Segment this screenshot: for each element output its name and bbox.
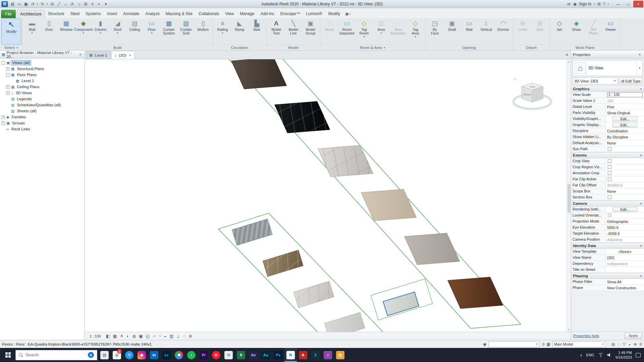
tab-modify[interactable]: Modify xyxy=(325,10,343,18)
scrollbar-thumb[interactable] xyxy=(568,184,571,213)
search-input[interactable] xyxy=(25,353,76,357)
panel-flyout-icon[interactable]: ▼ xyxy=(16,47,18,49)
section-graphics[interactable]: Graphics« xyxy=(571,86,644,92)
tab-manage[interactable]: Manage xyxy=(237,10,257,18)
dormer-button[interactable]: ◠Dormer xyxy=(495,19,512,44)
rendering-dialog-icon[interactable]: ◍ xyxy=(132,334,136,339)
save-icon[interactable]: ▣ xyxy=(23,1,29,7)
tree-item-structural-plans[interactable]: +▦Structural Plans xyxy=(0,66,85,72)
view-tab-list-icon[interactable]: ≡ xyxy=(564,52,570,57)
taskbar-chrome-icon[interactable] xyxy=(173,348,185,362)
edit-button[interactable]: Edit... xyxy=(612,117,637,121)
search-assistant-icon[interactable]: b xyxy=(88,352,94,358)
tree-item-sheets-all[interactable]: ▧Sheets (all) xyxy=(0,108,85,114)
undo-caret-icon[interactable]: ▾ xyxy=(36,3,39,5)
tree-expander-icon[interactable]: + xyxy=(1,121,5,125)
filter-icon[interactable]: ▽ xyxy=(623,342,626,347)
press-drag-icon[interactable]: ◌ xyxy=(618,342,620,347)
tab-steel[interactable]: Steel xyxy=(67,10,83,18)
door-button[interactable]: ▯Door xyxy=(41,19,58,44)
taskbar-autocad-icon[interactable]: A xyxy=(297,348,309,362)
redo-caret-icon[interactable]: ▾ xyxy=(46,3,49,5)
default-3d-view-icon[interactable]: ⌂ xyxy=(76,1,82,7)
design-options-icon[interactable]: ▦ xyxy=(546,342,550,347)
show-constraints-icon[interactable]: ⊥ xyxy=(176,334,180,339)
property-value[interactable] xyxy=(606,267,644,273)
properties-close-icon[interactable]: × xyxy=(637,52,642,57)
tree-item-groups[interactable]: +▣Groups xyxy=(0,120,85,126)
print-icon[interactable]: ⊟ xyxy=(49,1,55,7)
property-checkbox[interactable] xyxy=(608,195,611,199)
property-value[interactable]: Edit... xyxy=(606,206,644,212)
clock[interactable]: 1:49 PM 5/15/2023 xyxy=(615,350,632,360)
room-separator-button[interactable]: ▭Room Separator xyxy=(338,19,356,44)
taskbar-audition-icon[interactable]: Au xyxy=(260,348,272,362)
roof-button[interactable]: ◢Roof▼ xyxy=(109,19,126,44)
component-dropdown-icon[interactable]: ▼ xyxy=(82,32,85,34)
property-value[interactable] xyxy=(606,170,644,176)
set-button[interactable]: ◇Set xyxy=(551,19,568,44)
property-value[interactable]: Orthographic xyxy=(606,219,644,224)
action-center-icon[interactable] xyxy=(636,353,641,357)
taskbar-photoshop-icon[interactable]: Ps xyxy=(272,348,284,362)
ribbon-display-toggle[interactable]: ▣ ▾ xyxy=(343,10,353,18)
tree-item-schedules-quantities-all[interactable]: ▥Schedules/Quantities (all) xyxy=(0,102,85,108)
section-collapse-icon[interactable]: « xyxy=(640,88,643,90)
temporary-hide-isolate-icon[interactable]: ◔ xyxy=(158,334,161,339)
tab-insert[interactable]: Insert xyxy=(104,10,120,18)
section-collapse-icon[interactable]: « xyxy=(640,202,643,204)
panel-label-work-plane[interactable]: Work Plane xyxy=(550,45,620,50)
apply-button[interactable]: Apply xyxy=(625,333,642,339)
scroll-down-icon[interactable]: ▼ xyxy=(567,327,571,332)
property-value[interactable]: -6058.6 xyxy=(606,231,644,236)
view-scale-button[interactable]: 1 : 100 xyxy=(88,334,103,339)
section-collapse-icon[interactable]: « xyxy=(640,245,643,247)
panel-label-room-area[interactable]: Room & Area▼ xyxy=(320,45,425,50)
section-identity-data[interactable]: Identity Data« xyxy=(571,243,644,249)
sync-icon[interactable]: ⇄ xyxy=(567,2,571,6)
property-value[interactable] xyxy=(606,164,644,170)
element-selector-combo[interactable]: 3D View: {3D} ▼ xyxy=(573,77,618,84)
taskbar-linkedin-icon[interactable]: in xyxy=(148,348,160,362)
crop-view-icon[interactable]: ▣ xyxy=(139,334,143,339)
workset-combo[interactable]: ▼ xyxy=(488,341,539,347)
help-icon[interactable]: ? xyxy=(603,2,605,6)
worksharing-display-icon[interactable]: ◌ xyxy=(183,334,185,339)
text-icon[interactable]: A xyxy=(69,1,75,7)
view-tab-3d[interactable]: ⌂{3D}× xyxy=(111,51,135,59)
tab-annotate[interactable]: Annotate xyxy=(120,10,142,18)
taskbar-lightroom-icon[interactable]: Lr xyxy=(160,348,173,362)
tab-add-ins[interactable]: Add-Ins xyxy=(257,10,277,18)
app-store-icon[interactable]: ⊞ xyxy=(597,2,601,6)
temporary-view-properties-icon[interactable]: ▥ xyxy=(169,334,173,339)
section-icon[interactable]: ⊞ xyxy=(83,1,89,7)
wall-button[interactable]: ▬Wall▼ xyxy=(23,19,41,44)
taskbar-3ds-max-icon[interactable]: 3 xyxy=(309,348,322,362)
tab-file[interactable]: File xyxy=(1,10,16,18)
taskbar-instagram-icon[interactable]: ◉ xyxy=(136,348,148,362)
shaft-button[interactable]: ▣Shaft xyxy=(443,19,461,44)
tag-area-dropdown-icon[interactable]: ▼ xyxy=(414,36,417,38)
curtain-grid-button[interactable]: ▥Curtain Grid xyxy=(177,19,195,44)
scroll-up-icon[interactable]: ▲ xyxy=(567,59,571,64)
component-button[interactable]: ◆Component▼ xyxy=(75,19,92,44)
model-group-button[interactable]: ▣Model Group xyxy=(302,19,319,44)
property-checkbox[interactable] xyxy=(608,177,611,181)
panel-label-opening[interactable]: Opening xyxy=(425,45,513,50)
property-value[interactable]: Show All xyxy=(606,279,644,285)
taskbar-files-icon[interactable]: ▤ xyxy=(334,348,346,362)
section-extents[interactable]: Extents« xyxy=(571,152,644,158)
tag-room-dropdown-icon[interactable]: ▼ xyxy=(363,36,365,38)
taskbar-excel-icon[interactable]: X xyxy=(235,348,247,362)
taskbar-after-effects-icon[interactable]: Ae xyxy=(247,348,260,362)
panel-label-datum[interactable]: Datum xyxy=(513,45,549,50)
property-value[interactable] xyxy=(606,194,644,200)
tree-item-legends[interactable]: ▤Legends xyxy=(0,96,85,102)
taskbar-messenger-icon[interactable]: ✆ xyxy=(123,348,136,362)
volume-icon[interactable] xyxy=(607,353,612,357)
exclude-options-icon[interactable]: ◍ xyxy=(611,342,615,347)
vertical-button[interactable]: ↕Vertical xyxy=(478,19,495,44)
tab-massing-site[interactable]: Massing & Site xyxy=(163,10,196,18)
aligned-dimension-icon[interactable]: ↔ xyxy=(62,1,69,7)
curtain-system-button[interactable]: ▦Curtain System xyxy=(160,19,177,44)
